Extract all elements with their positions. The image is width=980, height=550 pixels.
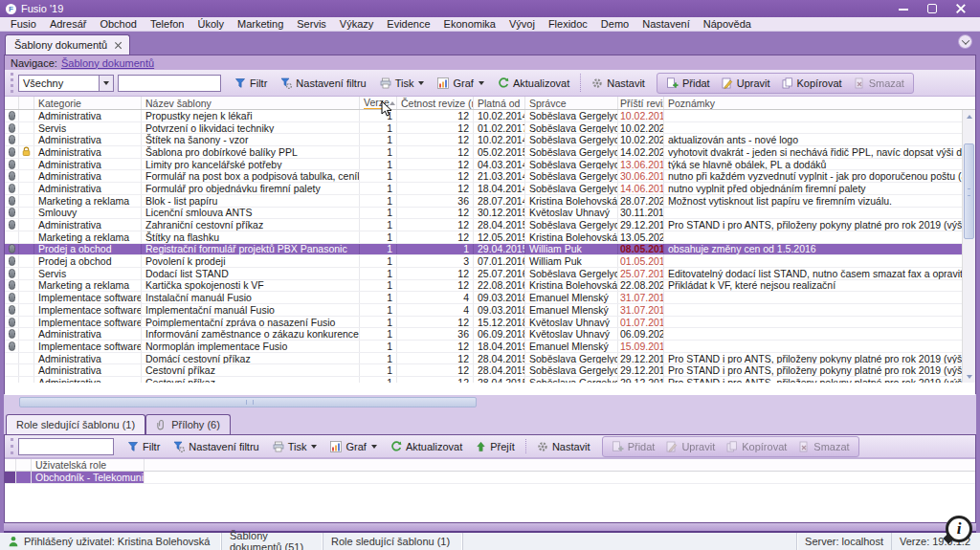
bottom-filter-button[interactable]: Filtr	[122, 438, 166, 455]
info-bubble-icon[interactable]: i	[946, 516, 972, 542]
menu-item-marketing[interactable]: Marketing	[231, 18, 290, 30]
tab-attachments[interactable]: Přílohy (6)	[145, 414, 231, 434]
attachment-icon	[9, 160, 15, 169]
table-row[interactable]: Implementace software Instalační manuál …	[5, 292, 962, 304]
header-notes[interactable]: Poznámky	[664, 97, 962, 109]
bottom-delete-button[interactable]: Smazat	[792, 438, 855, 455]
table-row[interactable]: Administrativa Cestovní příkaz 1 12 28.0…	[5, 364, 962, 377]
menu-item-telefon[interactable]: Telefon	[144, 18, 190, 30]
table-row[interactable]: Administrativa Limity pro kancelářské po…	[5, 159, 962, 171]
menu-item-fusio[interactable]: Fusio	[4, 18, 43, 30]
scroll-up-arrow[interactable]	[963, 110, 975, 122]
vertical-scrollbar[interactable]	[962, 110, 975, 383]
role-row[interactable]: Obchodník - Telekomunikace	[5, 472, 975, 484]
table-row[interactable]: Implementace software Implementační manu…	[5, 304, 962, 317]
edit-icon	[666, 441, 678, 452]
bottom-add-button[interactable]: Přidat	[606, 438, 661, 455]
menu-item-flexidoc[interactable]: Flexidoc	[542, 18, 594, 30]
bottom-print-button[interactable]: Tisk	[267, 438, 323, 455]
menu-item-vývoj[interactable]: Vývoj	[502, 18, 542, 30]
attachment-icon	[9, 293, 15, 302]
bottom-edit-button[interactable]: Upravit	[660, 438, 721, 455]
header-manager[interactable]: Správce	[525, 97, 618, 109]
chart-button[interactable]: Graf	[432, 75, 489, 92]
table-row[interactable]: Administrativa Propustky nejen k lékaři …	[5, 110, 962, 122]
edit-button[interactable]: Upravit	[716, 75, 776, 92]
close-button[interactable]	[955, 4, 967, 13]
combo-dropdown-button[interactable]	[99, 76, 113, 91]
table-row[interactable]: Implementace software Poimplementační zp…	[5, 317, 962, 329]
table-row[interactable]: Implementace software Normoplán implemen…	[5, 341, 962, 353]
table-row[interactable]: Administrativa Domácí cestovní příkaz 1 …	[5, 353, 962, 365]
header-category[interactable]: Kategorie	[34, 97, 142, 109]
bottom-chart-button[interactable]: Graf	[324, 438, 382, 455]
bottom-panel: Filtr Nastavení filtru Tisk Graf	[4, 434, 976, 523]
row-selector[interactable]	[5, 472, 16, 483]
go-to-button[interactable]: Přejít	[470, 438, 521, 455]
bottom-copy-button[interactable]: Kopírovat	[721, 438, 792, 455]
delete-button[interactable]: Smazat	[848, 75, 910, 92]
menu-item-adresář[interactable]: Adresář	[43, 18, 94, 30]
app-window: F Fusio '19 FusioAdresářObchodTelefonÚko…	[0, 0, 980, 550]
table-row[interactable]: Administrativa Šablona pro dobírkové bal…	[5, 146, 962, 159]
tab-close-icon[interactable]	[114, 41, 122, 49]
table-row[interactable]: Prodej a obchod Povolení k prodeji 1 3 0…	[5, 255, 962, 268]
add-button[interactable]: Přidat	[660, 75, 716, 92]
menu-item-nápověda[interactable]: Nápověda	[697, 18, 758, 30]
copy-button[interactable]: Kopírovat	[776, 75, 848, 92]
filter-button[interactable]: Filtr	[229, 75, 273, 92]
table-row[interactable]: Prodej a obchod Registrační formulář pro…	[5, 244, 962, 256]
vertical-scroll-thumb[interactable]	[964, 143, 974, 239]
attachment-icon	[9, 147, 15, 157]
print-button[interactable]: Tisk	[374, 75, 431, 92]
tab-sablony-dokumentu[interactable]: Šablony dokumentů	[5, 34, 130, 55]
tab-roles[interactable]: Role sledující šablonu (1)	[6, 414, 145, 434]
settings-button[interactable]: Nastavit	[586, 75, 651, 92]
header-frequency[interactable]: Četnost revize (měs)	[397, 97, 474, 109]
header-user-role[interactable]: Uživatelská role	[32, 459, 145, 471]
header-next-revision[interactable]: Příští revize	[618, 97, 664, 109]
table-row[interactable]: Administrativa Štítek na šanony - vzor 1…	[5, 134, 962, 146]
bottom-filter-settings-button[interactable]: Nastavení filtru	[167, 438, 264, 455]
menu-item-servis[interactable]: Servis	[290, 18, 333, 30]
menu-item-demo[interactable]: Demo	[594, 18, 635, 30]
filter-settings-button[interactable]: Nastavení filtru	[275, 75, 371, 92]
table-row[interactable]: Administrativa Informování zaměstnance o…	[5, 328, 962, 341]
header-lock[interactable]	[19, 97, 34, 109]
minimize-button[interactable]	[898, 4, 909, 13]
bottom-search-input[interactable]	[18, 438, 114, 455]
bottom-settings-button[interactable]: Nastavit	[531, 438, 596, 455]
scroll-down-arrow[interactable]	[963, 370, 975, 383]
tab-list-button[interactable]	[958, 34, 972, 49]
attachment-icon	[9, 329, 15, 339]
header-name[interactable]: Název šablony	[142, 97, 360, 109]
table-row[interactable]: Marketing a reklama Kartička spokojenost…	[5, 280, 962, 293]
table-row[interactable]: Administrativa Cestovní příkaz 1 12 28.0…	[5, 377, 962, 383]
header-attachment[interactable]	[5, 97, 19, 109]
horizontal-scroll-thumb[interactable]	[19, 397, 477, 407]
maximize-button[interactable]	[926, 4, 938, 13]
table-row[interactable]: Marketing a reklama Štítky na flashku 1 …	[5, 231, 962, 244]
menu-item-nastavení[interactable]: Nastavení	[635, 18, 697, 30]
navigation-link[interactable]: Šablony dokumentů	[61, 57, 154, 69]
bottom-refresh-button[interactable]: Aktualizovat	[385, 438, 468, 455]
menu-item-evidence[interactable]: Evidence	[380, 18, 436, 30]
table-row[interactable]: Administrativa Formulář na post box a po…	[5, 170, 962, 183]
search-input[interactable]	[118, 75, 221, 92]
menu-item-výkazy[interactable]: Výkazy	[333, 18, 380, 30]
table-row[interactable]: Servis Potvrzení o likvidaci techniky 1 …	[5, 122, 962, 135]
refresh-button[interactable]: Aktualizovat	[492, 75, 575, 92]
chart-icon	[437, 77, 449, 89]
table-row[interactable]: Servis Dodací list STAND 1 12 25.07.2016…	[5, 268, 962, 280]
menu-item-ekonomika[interactable]: Ekonomika	[437, 18, 502, 30]
scope-select[interactable]: Všechny	[18, 75, 114, 92]
table-body: Administrativa Propustky nejen k lékaři …	[5, 110, 962, 383]
table-row[interactable]: Smlouvy Licenční smlouva ANTS 1 12 30.12…	[5, 208, 962, 220]
header-valid-from[interactable]: Platná od	[474, 97, 525, 109]
table-row[interactable]: Administrativa Zahraniční cestovní příka…	[5, 219, 962, 231]
table-row[interactable]: Administrativa Formulář pro objednávku f…	[5, 183, 962, 195]
table-row[interactable]: Marketing a reklama Blok - list papíru 1…	[5, 195, 962, 208]
menu-item-obchod[interactable]: Obchod	[93, 18, 144, 30]
menu-item-úkoly[interactable]: Úkoly	[190, 18, 231, 30]
add-icon	[666, 77, 679, 89]
